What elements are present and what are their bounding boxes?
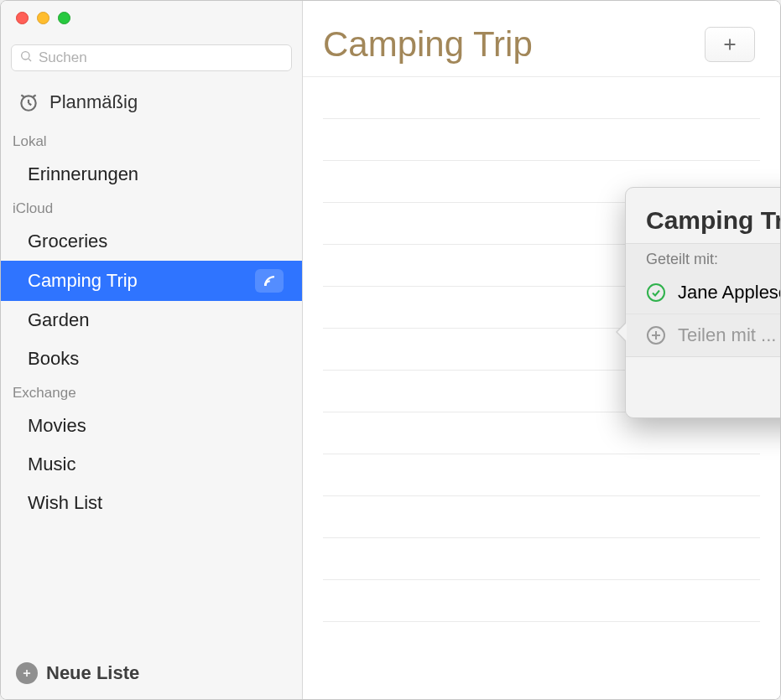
sidebar-item-wish-list[interactable]: Wish List xyxy=(1,484,302,522)
sidebar-item-music[interactable]: Music xyxy=(1,445,302,484)
main-content: Camping Trip Camping Trip Geteilt mit: xyxy=(303,1,780,699)
reminder-row[interactable] xyxy=(323,412,760,454)
plus-icon xyxy=(721,35,739,54)
new-list-button[interactable]: Neue Liste xyxy=(1,651,302,699)
reminders-window: Planmäßig Lokal Erinnerungen iCloud Groc… xyxy=(0,0,781,700)
reminder-row[interactable] xyxy=(323,496,760,538)
broadcast-icon xyxy=(262,273,277,288)
popover-shared-with-label: Geteilt mit: xyxy=(626,243,781,272)
minimize-window-button[interactable] xyxy=(37,12,49,24)
list-label: Wish List xyxy=(28,492,102,514)
share-badge[interactable] xyxy=(255,269,284,293)
sidebar-item-camping-trip[interactable]: Camping Trip xyxy=(1,261,302,301)
section-header-exchange: Exchange xyxy=(1,378,302,407)
window-titlebar xyxy=(1,1,70,34)
sidebar-item-groceries[interactable]: Groceries xyxy=(1,222,302,261)
svg-point-0 xyxy=(22,52,29,60)
reminder-row[interactable] xyxy=(323,538,760,580)
scheduled-label: Planmäßig xyxy=(49,91,138,113)
reminder-row[interactable] xyxy=(323,119,760,161)
reminder-row[interactable] xyxy=(323,454,760,496)
close-window-button[interactable] xyxy=(16,12,29,24)
svg-point-5 xyxy=(264,283,267,286)
search-input[interactable] xyxy=(11,44,292,71)
sidebar-item-books[interactable]: Books xyxy=(1,340,302,378)
participant-row[interactable]: Jane Appleseed xyxy=(626,272,781,314)
clock-icon xyxy=(18,91,39,113)
svg-line-4 xyxy=(29,103,31,105)
svg-line-1 xyxy=(29,59,31,61)
list-label: Books xyxy=(28,348,79,370)
plus-circle-icon xyxy=(16,662,38,684)
section-header-local: Lokal xyxy=(1,127,302,155)
popover-footer: Fertig xyxy=(626,356,781,417)
share-popover: Camping Trip Geteilt mit: Jane Appleseed… xyxy=(625,187,781,418)
popover-title: Camping Trip xyxy=(626,188,781,243)
list-label: Music xyxy=(28,454,75,475)
sidebar-item-garden[interactable]: Garden xyxy=(1,301,302,340)
add-participant-row[interactable]: Teilen mit ... xyxy=(626,314,781,356)
search-icon xyxy=(19,49,33,66)
list-label: Movies xyxy=(28,415,86,437)
sidebar-item-erinnerungen[interactable]: Erinnerungen xyxy=(1,155,302,194)
list-title: Camping Trip xyxy=(323,24,533,65)
section-header-icloud: iCloud xyxy=(1,194,302,222)
list-label: Camping Trip xyxy=(28,270,138,292)
plus-circle-icon xyxy=(646,325,666,345)
new-list-label: Neue Liste xyxy=(46,662,139,684)
list-label: Garden xyxy=(28,309,89,331)
add-reminder-button[interactable] xyxy=(705,27,755,62)
main-header: Camping Trip xyxy=(303,1,780,77)
svg-point-10 xyxy=(648,284,664,301)
list-label: Erinnerungen xyxy=(28,163,138,185)
checkmark-circle-icon xyxy=(646,283,666,303)
scheduled-item[interactable]: Planmäßig xyxy=(1,86,302,127)
sidebar: Planmäßig Lokal Erinnerungen iCloud Groc… xyxy=(1,1,303,699)
reminder-row[interactable] xyxy=(323,77,760,119)
search-container xyxy=(11,44,292,71)
participant-name: Jane Appleseed xyxy=(678,282,781,303)
reminder-row[interactable] xyxy=(323,580,760,622)
sidebar-item-movies[interactable]: Movies xyxy=(1,407,302,445)
list-label: Groceries xyxy=(28,231,107,252)
add-participant-label: Teilen mit ... xyxy=(678,324,776,346)
fullscreen-window-button[interactable] xyxy=(58,12,70,24)
